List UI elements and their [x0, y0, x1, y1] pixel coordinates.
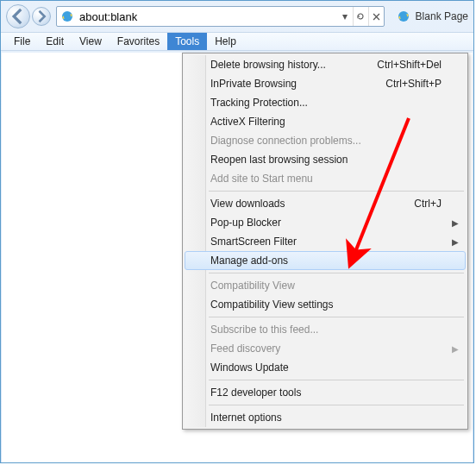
menu-item-label: Reopen last browsing session: [210, 154, 348, 166]
menu-item-smartscreen-filter[interactable]: SmartScreen Filter▶: [185, 232, 466, 251]
menu-item-label: Pop-up Blocker: [210, 217, 281, 229]
menu-item-label: Subscribe to this feed...: [210, 324, 318, 336]
svg-point-2: [64, 13, 71, 20]
menu-item-shortcut: Ctrl+Shift+P: [385, 78, 442, 90]
menu-item-pop-up-blocker[interactable]: Pop-up Blocker▶: [185, 213, 466, 232]
menu-view[interactable]: View: [72, 33, 110, 50]
menu-item-label: Feed discovery: [210, 342, 280, 355]
menu-item-label: Diagnose connection problems...: [210, 135, 361, 147]
menu-separator: [209, 405, 464, 405]
menu-item-label: F12 developer tools: [210, 386, 301, 399]
menu-item-label: InPrivate Browsing: [210, 78, 297, 90]
content-area: Delete browsing history...Ctrl+Shift+Del…: [2, 53, 473, 462]
submenu-arrow-icon: ▶: [452, 218, 459, 228]
menu-item-label: Delete browsing history...: [210, 59, 326, 71]
menu-help[interactable]: Help: [207, 33, 244, 50]
menu-item-label: ActiveX Filtering: [210, 116, 285, 128]
menu-item-subscribe-to-this-feed: Subscribe to this feed...: [185, 320, 466, 339]
menu-item-manage-add-ons[interactable]: Manage add-ons: [185, 251, 466, 270]
menu-separator: [209, 273, 464, 273]
menu-item-diagnose-connection-problems: Diagnose connection problems...: [185, 131, 466, 150]
menu-item-label: Compatibility View settings: [210, 298, 334, 311]
address-dropdown-button[interactable]: ▾: [337, 7, 353, 26]
menu-item-compatibility-view-settings[interactable]: Compatibility View settings: [185, 295, 466, 314]
ie-logo-icon: [60, 9, 74, 23]
submenu-arrow-icon: ▶: [452, 344, 459, 354]
address-input[interactable]: [78, 9, 337, 25]
menu-item-reopen-last-browsing-session[interactable]: Reopen last browsing session: [185, 150, 466, 169]
menu-item-label: Tracking Protection...: [210, 97, 308, 109]
menu-item-label: Internet options: [210, 412, 282, 424]
menu-tools[interactable]: Tools: [167, 33, 207, 50]
menu-item-label: View downloads: [210, 198, 285, 210]
menu-separator: [209, 191, 464, 192]
svg-point-5: [400, 13, 407, 20]
menu-separator: [209, 380, 464, 380]
titlebar: ▾ Blank Page: [1, 1, 473, 32]
menu-item-shortcut: Ctrl+J: [414, 198, 442, 210]
menu-item-shortcut: Ctrl+Shift+Del: [377, 59, 442, 71]
stop-button[interactable]: [368, 7, 384, 26]
back-button[interactable]: [6, 4, 30, 28]
tab-label: Blank Page: [416, 10, 468, 22]
menu-item-label: Compatibility View: [210, 280, 295, 292]
menu-item-label: Add site to Start menu: [210, 173, 313, 185]
menu-item-label: Manage add-ons: [210, 254, 288, 267]
refresh-button[interactable]: [353, 7, 368, 26]
browser-window: ▾ Blank Page FileEditViewFavoritesToolsH…: [0, 0, 474, 463]
menu-edit[interactable]: Edit: [38, 33, 72, 50]
menu-item-windows-update[interactable]: Windows Update: [185, 358, 466, 377]
menu-item-tracking-protection[interactable]: Tracking Protection...: [185, 93, 466, 112]
menu-item-label: SmartScreen Filter: [210, 236, 297, 248]
tools-menu-dropdown: Delete browsing history...Ctrl+Shift+Del…: [182, 53, 468, 430]
menu-bar: FileEditViewFavoritesToolsHelp: [1, 32, 473, 51]
menu-item-add-site-to-start-menu: Add site to Start menu: [185, 169, 466, 188]
menu-item-label: Windows Update: [210, 361, 289, 374]
menu-item-f12-developer-tools[interactable]: F12 developer tools: [185, 383, 466, 402]
address-bar[interactable]: ▾: [56, 6, 385, 27]
menu-file[interactable]: File: [6, 33, 38, 50]
menu-item-inprivate-browsing[interactable]: InPrivate BrowsingCtrl+Shift+P: [185, 74, 466, 93]
menu-favorites[interactable]: Favorites: [110, 33, 167, 50]
tab-bar: Blank Page: [390, 9, 468, 23]
menu-item-compatibility-view: Compatibility View: [185, 276, 466, 295]
forward-button[interactable]: [32, 7, 51, 26]
ie-logo-icon: [397, 9, 410, 23]
menu-item-feed-discovery: Feed discovery▶: [185, 339, 466, 358]
menu-separator: [209, 317, 464, 317]
tab-blank-page[interactable]: Blank Page: [416, 10, 468, 22]
menu-item-view-downloads[interactable]: View downloadsCtrl+J: [185, 194, 466, 213]
submenu-arrow-icon: ▶: [452, 237, 459, 247]
menu-item-activex-filtering[interactable]: ActiveX Filtering: [185, 112, 466, 131]
menu-item-delete-browsing-history[interactable]: Delete browsing history...Ctrl+Shift+Del: [185, 55, 466, 74]
menu-item-internet-options[interactable]: Internet options: [185, 408, 466, 427]
